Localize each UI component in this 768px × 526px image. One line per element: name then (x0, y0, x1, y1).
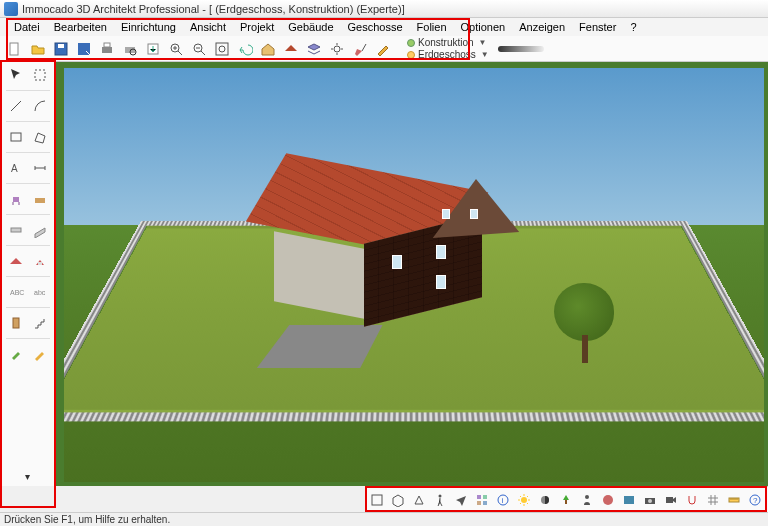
menu-geschosse[interactable]: Geschosse (342, 20, 409, 34)
chair-icon[interactable] (5, 188, 27, 210)
zoom-fit-icon[interactable] (211, 38, 233, 60)
menu-ansicht[interactable]: Ansicht (184, 20, 232, 34)
layer-dropdown-erdgeschoss[interactable]: Erdgeschoss ▼ (407, 49, 489, 60)
person-icon[interactable] (577, 490, 597, 510)
paint-icon[interactable] (5, 343, 27, 365)
label-alt-icon[interactable]: abc (29, 281, 51, 303)
title-bar: Immocado 3D Architekt Professional - [ (… (0, 0, 768, 18)
shadow-icon[interactable] (535, 490, 555, 510)
rect-icon[interactable] (5, 126, 27, 148)
window-title: Immocado 3D Architekt Professional - [ (… (22, 3, 405, 15)
viewport-3d[interactable] (56, 62, 768, 486)
label-icon[interactable]: ABC (5, 281, 27, 303)
print-icon[interactable] (96, 38, 118, 60)
tree-crown (554, 283, 614, 341)
menu-gebaeude[interactable]: Gebäude (282, 20, 339, 34)
menu-help[interactable]: ? (624, 20, 642, 34)
video-icon[interactable] (661, 490, 681, 510)
wall-icon[interactable] (5, 219, 27, 241)
material-icon[interactable] (598, 490, 618, 510)
view-3d-icon[interactable] (388, 490, 408, 510)
select-area-icon[interactable] (29, 64, 51, 86)
svg-rect-26 (477, 495, 481, 499)
house-icon[interactable] (257, 38, 279, 60)
undo-icon[interactable] (234, 38, 256, 60)
print-preview-icon[interactable] (119, 38, 141, 60)
walk-icon[interactable] (430, 490, 450, 510)
picker-icon[interactable] (29, 343, 51, 365)
house-model (274, 159, 554, 325)
menu-folien[interactable]: Folien (411, 20, 453, 34)
tree-trunk (582, 335, 588, 363)
text-icon[interactable]: A (5, 157, 27, 179)
measure-icon[interactable] (724, 490, 744, 510)
window (392, 255, 402, 269)
line-icon[interactable] (5, 95, 27, 117)
layer-dropdown-konstruktion[interactable]: Konstruktion ▼ (407, 37, 489, 48)
svg-rect-27 (483, 495, 487, 499)
window (436, 245, 446, 259)
catalog-icon[interactable] (472, 490, 492, 510)
menu-projekt[interactable]: Projekt (234, 20, 280, 34)
expand-tools-icon[interactable]: ▾ (25, 471, 30, 482)
tree-icon[interactable] (556, 490, 576, 510)
open-icon[interactable] (27, 38, 49, 60)
snap-icon[interactable] (682, 490, 702, 510)
toolbar-top: Konstruktion ▼ Erdgeschoss ▼ (0, 36, 768, 62)
save-icon[interactable] (50, 38, 72, 60)
menu-bearbeiten[interactable]: Bearbeiten (48, 20, 113, 34)
svg-point-36 (603, 495, 613, 505)
brush-icon[interactable] (349, 38, 371, 60)
info-icon[interactable]: i (493, 490, 513, 510)
fly-icon[interactable] (451, 490, 471, 510)
pointer-icon[interactable] (5, 64, 27, 86)
pencil-icon[interactable] (372, 38, 394, 60)
svg-text:abc: abc (34, 289, 46, 296)
render-icon[interactable] (619, 490, 639, 510)
svg-rect-37 (624, 496, 634, 504)
zoom-out-icon[interactable] (188, 38, 210, 60)
view-2d-icon[interactable] (367, 490, 387, 510)
roof-icon[interactable] (280, 38, 302, 60)
brightness-slider[interactable] (498, 46, 544, 52)
svg-point-32 (521, 497, 527, 503)
arc-icon[interactable] (29, 95, 51, 117)
export-icon[interactable] (142, 38, 164, 60)
status-text: Drücken Sie F1, um Hilfe zu erhalten. (4, 514, 170, 525)
roof-tool-icon[interactable] (5, 250, 27, 272)
svg-rect-18 (35, 198, 45, 203)
svg-point-35 (585, 495, 589, 499)
poly-icon[interactable] (29, 126, 51, 148)
layers-icon[interactable] (303, 38, 325, 60)
dimension-icon[interactable] (29, 157, 51, 179)
camera-icon[interactable] (640, 490, 660, 510)
furniture-icon[interactable] (29, 188, 51, 210)
dormer-icon[interactable] (29, 250, 51, 272)
view-persp-icon[interactable] (409, 490, 429, 510)
sun-icon[interactable] (514, 490, 534, 510)
menu-datei[interactable]: Datei (8, 20, 46, 34)
window (470, 209, 478, 219)
zoom-in-icon[interactable] (165, 38, 187, 60)
svg-rect-28 (477, 501, 481, 505)
door-icon[interactable] (5, 312, 27, 334)
new-icon[interactable] (4, 38, 26, 60)
svg-rect-29 (483, 501, 487, 505)
svg-rect-4 (102, 47, 112, 53)
stairs-icon[interactable] (29, 312, 51, 334)
settings-icon[interactable] (326, 38, 348, 60)
svg-rect-0 (10, 43, 18, 55)
svg-rect-19 (11, 228, 21, 232)
menu-optionen[interactable]: Optionen (455, 20, 512, 34)
grid-icon[interactable] (703, 490, 723, 510)
menu-anzeigen[interactable]: Anzeigen (513, 20, 571, 34)
house-gable (433, 176, 519, 238)
save-as-icon[interactable] (73, 38, 95, 60)
menu-einrichtung[interactable]: Einrichtung (115, 20, 182, 34)
window (436, 275, 446, 289)
menu-fenster[interactable]: Fenster (573, 20, 622, 34)
wall-alt-icon[interactable] (29, 219, 51, 241)
help-icon[interactable]: ? (745, 490, 765, 510)
svg-rect-15 (11, 133, 21, 141)
svg-rect-23 (13, 318, 19, 328)
